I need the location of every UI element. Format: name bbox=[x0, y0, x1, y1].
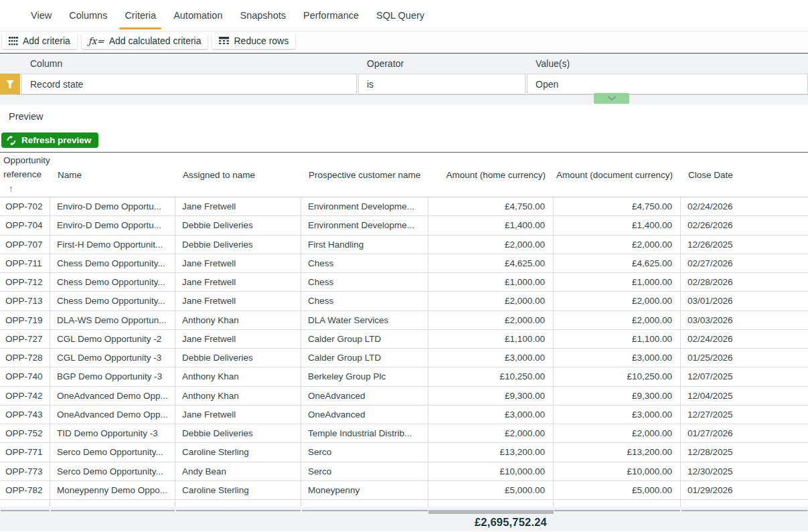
cell-assigned-to-name: Caroline Sterling bbox=[175, 481, 301, 499]
cell-assigned-to-name: Debbie Deliveries bbox=[175, 424, 301, 442]
cell-amount-home-currency: £13,200.00 bbox=[428, 443, 554, 461]
cell-prospective-customer-name bbox=[301, 500, 428, 507]
add-criteria-label: Add criteria bbox=[23, 35, 70, 46]
cell-prospective-customer-name: Chess bbox=[301, 292, 428, 310]
cell-close-date: 02/27/2026 bbox=[681, 254, 808, 272]
sort-ascending-icon[interactable]: ↑ bbox=[3, 182, 50, 195]
refresh-icon bbox=[7, 136, 16, 145]
criteria-row: Record state is Open bbox=[0, 74, 808, 94]
cell-amount-home-currency: £10,250.00 bbox=[428, 367, 554, 385]
cell-amount-document-currency: £3,000.00 bbox=[554, 406, 681, 424]
cell-amount-document-currency: £2,000.00 bbox=[554, 311, 681, 329]
cell-prospective-customer-name: Calder Group LTD bbox=[301, 330, 428, 348]
header-amount-document-currency[interactable]: Amount (document currency) bbox=[554, 153, 681, 197]
values-header-label: Value(s) bbox=[527, 58, 808, 69]
filter-funnel-icon bbox=[5, 80, 15, 89]
column-header-label: Column bbox=[21, 58, 357, 69]
cell-amount-document-currency: £2,000.00 bbox=[554, 292, 681, 310]
cell-amount-home-currency: £1,100.00 bbox=[428, 330, 554, 348]
footer-rule bbox=[681, 510, 807, 511]
cell-close-date: 03/01/2026 bbox=[681, 292, 808, 310]
expand-criteria-button[interactable] bbox=[594, 93, 629, 104]
cell-assigned-to-name: Jane Fretwell bbox=[175, 254, 301, 272]
table-body: OPP-702 Enviro-D Demo Opportu... Jane Fr… bbox=[0, 197, 808, 507]
add-calculated-criteria-button[interactable]: ƒx= Add calculated criteria bbox=[82, 33, 208, 49]
add-criteria-button[interactable]: Add criteria bbox=[2, 33, 77, 49]
cell-name: CGL Demo Opportunity -2 bbox=[50, 330, 175, 348]
table-row: OPP-742 OneAdvanced Demo Opp... Anthony … bbox=[0, 387, 808, 406]
cell-amount-document-currency: £1,000.00 bbox=[554, 273, 681, 291]
table-row: OPP-713 Chess Demo Opportunity... Jane F… bbox=[0, 292, 808, 311]
tab-sql-query[interactable]: SQL Query bbox=[376, 0, 424, 31]
cell-assigned-to-name: Jane Fretwell bbox=[175, 406, 301, 424]
cell-assigned-to-name: Anthony Khan bbox=[175, 387, 301, 405]
reduce-rows-label: Reduce rows bbox=[234, 35, 289, 46]
tab-criteria[interactable]: Criteria bbox=[125, 0, 156, 31]
table-row: OPP-727 CGL Demo Opportunity -2 Jane Fre… bbox=[0, 330, 808, 349]
table-row: OPP-771 Serco Demo Opportunity... Caroli… bbox=[0, 443, 808, 462]
cell-amount-home-currency: £2,000.00 bbox=[428, 424, 554, 442]
cell-amount-document-currency: £4,750.00 bbox=[554, 197, 681, 215]
tab-columns[interactable]: Columns bbox=[69, 0, 107, 31]
header-name[interactable]: Name bbox=[50, 153, 175, 197]
header-opportunity-reference[interactable]: Opportunity reference ↑ bbox=[0, 153, 50, 197]
header-prospective-customer-name[interactable]: Prospective customer name bbox=[301, 153, 428, 197]
header-opportunity-reference-label: Opportunity reference bbox=[3, 154, 50, 182]
tab-view[interactable]: View bbox=[31, 0, 52, 31]
cell-prospective-customer-name: OneAdvanced bbox=[301, 406, 428, 424]
header-assigned-to-name[interactable]: Assigned to name bbox=[175, 153, 301, 197]
cell-amount-document-currency: £3,000.00 bbox=[554, 349, 681, 367]
cell-name: Serco Demo Opportunity... bbox=[50, 462, 175, 480]
cell-opportunity-reference: OPP-771 bbox=[0, 443, 50, 461]
cell-prospective-customer-name: First Handling bbox=[301, 236, 428, 254]
grid-dots-icon bbox=[9, 37, 18, 46]
tab-snapshots[interactable]: Snapshots bbox=[240, 0, 286, 31]
cell-amount-home-currency: £2,000.00 bbox=[428, 292, 554, 310]
cell-name: OneAdvanced Demo Opp... bbox=[50, 387, 175, 405]
table-row: OPP-712 Chess Demo Opportunity... Jane F… bbox=[0, 273, 808, 292]
cell-assigned-to-name: Andy Bean bbox=[175, 462, 301, 480]
cell-close-date: 03/03/2026 bbox=[681, 311, 808, 329]
table-row: OPP-711 Chess Demo Opportunity... Jane F… bbox=[0, 254, 808, 273]
cell-amount-document-currency: £10,000.00 bbox=[554, 462, 681, 480]
cell-opportunity-reference bbox=[0, 500, 50, 507]
cell-opportunity-reference: OPP-752 bbox=[0, 424, 50, 442]
footer-rule bbox=[51, 510, 175, 511]
header-amount-home-currency[interactable]: Amount (home currency) bbox=[428, 153, 554, 197]
table-row: OPP-743 OneAdvanced Demo Opp... Jane Fre… bbox=[0, 406, 808, 424]
footer-rule bbox=[554, 510, 680, 511]
cell-amount-home-currency: £4,750.00 bbox=[428, 197, 554, 215]
criteria-panel: Column Operator Value(s) Record state is… bbox=[0, 54, 808, 105]
cell-amount-document-currency: £1,400.00 bbox=[554, 216, 681, 234]
table-row: OPP-728 CGL Demo Opportunity -3 Debbie D… bbox=[0, 349, 808, 367]
preview-section: Preview Refresh preview bbox=[0, 105, 808, 152]
criteria-operator-select[interactable]: is bbox=[358, 74, 526, 94]
refresh-preview-button[interactable]: Refresh preview bbox=[1, 132, 98, 148]
tab-automation[interactable]: Automation bbox=[173, 0, 222, 31]
cell-prospective-customer-name: OneAdvanced bbox=[301, 387, 428, 405]
criteria-value-select[interactable]: Open bbox=[527, 74, 808, 94]
table-header-row: Opportunity reference ↑ Name Assigned to… bbox=[0, 152, 808, 197]
cell-opportunity-reference: OPP-702 bbox=[0, 197, 50, 215]
cell-opportunity-reference: OPP-704 bbox=[0, 216, 50, 234]
criteria-column-select[interactable]: Record state bbox=[21, 74, 357, 94]
header-close-date[interactable]: Close Date bbox=[681, 153, 808, 197]
tab-performance[interactable]: Performance bbox=[303, 0, 359, 31]
amount-home-total: £2,695,752.24 bbox=[428, 516, 554, 529]
cell-prospective-customer-name: Serco bbox=[301, 462, 428, 480]
cell-amount-home-currency bbox=[428, 500, 554, 507]
table-row: OPP-719 DLA-WS Demo Opportun... Anthony … bbox=[0, 311, 808, 330]
cell-amount-home-currency: £2,000.00 bbox=[428, 311, 554, 329]
cell-amount-home-currency: £1,000.00 bbox=[428, 273, 554, 291]
cell-amount-document-currency: £2,000.00 bbox=[554, 236, 681, 254]
refresh-preview-label: Refresh preview bbox=[21, 135, 91, 145]
reduce-rows-button[interactable]: Reduce rows bbox=[212, 33, 295, 49]
cell-opportunity-reference: OPP-727 bbox=[0, 330, 50, 348]
cell-amount-home-currency: £5,000.00 bbox=[428, 481, 554, 499]
cell-name: OneAdvanced Demo Opp... bbox=[50, 406, 175, 424]
cell-opportunity-reference: OPP-707 bbox=[0, 236, 50, 254]
operator-header-label: Operator bbox=[358, 58, 526, 69]
header-name-label: Name bbox=[58, 170, 175, 180]
cell-close-date: 12/27/2025 bbox=[681, 406, 808, 424]
footer-total-rule bbox=[428, 510, 554, 514]
